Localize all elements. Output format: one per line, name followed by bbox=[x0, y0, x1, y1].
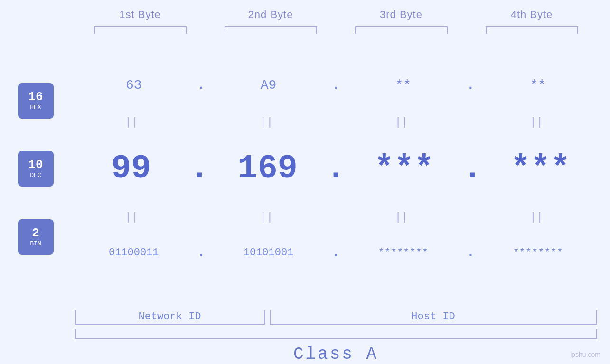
eq1-b4: || bbox=[486, 115, 591, 128]
dec-byte4: *** bbox=[488, 150, 593, 187]
hex-row: 63 . A9 . ** . ** bbox=[76, 78, 596, 93]
hex-byte4: ** bbox=[486, 78, 590, 93]
dot-hex-1: . bbox=[197, 78, 205, 93]
main-data-area: 16 HEX 10 DEC 2 BIN 63 . A9 bbox=[0, 37, 610, 301]
bracket-byte4 bbox=[486, 26, 578, 34]
top-brackets bbox=[75, 23, 597, 37]
data-rows: 63 . A9 . ** . ** || || bbox=[62, 67, 610, 271]
eq2-b4: || bbox=[486, 210, 591, 223]
bin-byte1: 01100011 bbox=[82, 247, 186, 259]
byte3-header: 3rd Byte bbox=[349, 9, 453, 21]
bracket-byte1 bbox=[94, 26, 187, 34]
badge-hex: 16 HEX bbox=[18, 83, 54, 119]
dot-bin-2: . bbox=[332, 245, 340, 260]
bottom-bracket-area: Class A bbox=[75, 329, 597, 364]
bottom-section: Network ID Host ID Class A bbox=[75, 301, 597, 364]
equals-row-2: || || || || bbox=[76, 209, 596, 224]
dot-dec-1: . bbox=[189, 150, 209, 187]
dec-row: 99 . 169 . *** . *** bbox=[76, 150, 596, 187]
eq1-b2: || bbox=[216, 115, 320, 128]
host-id-bracket: Host ID bbox=[270, 310, 597, 325]
badge-bin: 2 BIN bbox=[18, 219, 54, 255]
main-container: 1st Byte 2nd Byte 3rd Byte 4th Byte 16 H… bbox=[0, 0, 610, 364]
hex-byte2: A9 bbox=[216, 78, 321, 93]
id-labels-row: Network ID Host ID bbox=[75, 301, 597, 325]
equals-row-1: || || || || bbox=[76, 114, 596, 129]
byte2-header: 2nd Byte bbox=[218, 9, 323, 21]
eq1-b1: || bbox=[81, 115, 186, 128]
network-id-bracket: Network ID bbox=[75, 310, 265, 325]
bin-byte2: 10101001 bbox=[216, 247, 321, 259]
bracket-byte2 bbox=[225, 26, 317, 34]
bin-row: 01100011 . 10101001 . ******** . *******… bbox=[76, 245, 596, 260]
badges-column: 16 HEX 10 DEC 2 BIN bbox=[0, 67, 62, 271]
dec-byte2: 169 bbox=[216, 150, 320, 187]
network-id-label: Network ID bbox=[138, 311, 201, 323]
dot-hex-3: . bbox=[467, 78, 475, 93]
class-label-row: Class A bbox=[75, 345, 597, 364]
byte1-header: 1st Byte bbox=[88, 9, 192, 21]
dot-hex-2: . bbox=[332, 78, 340, 93]
class-label: Class A bbox=[293, 345, 378, 364]
dot-bin-3: . bbox=[467, 245, 475, 260]
bin-byte4: ******** bbox=[486, 247, 590, 259]
hex-byte1: 63 bbox=[82, 78, 186, 93]
bracket-byte3 bbox=[355, 26, 448, 34]
badge-dec: 10 DEC bbox=[18, 151, 54, 187]
eq2-b2: || bbox=[216, 210, 320, 223]
dot-bin-1: . bbox=[197, 245, 205, 260]
hex-byte3: ** bbox=[351, 78, 455, 93]
byte-headers: 1st Byte 2nd Byte 3rd Byte 4th Byte bbox=[75, 0, 597, 21]
eq2-b3: || bbox=[351, 210, 456, 223]
eq2-b1: || bbox=[81, 210, 186, 223]
byte4-header: 4th Byte bbox=[479, 9, 584, 21]
watermark: ipshu.com bbox=[570, 351, 601, 358]
eq1-b3: || bbox=[351, 115, 456, 128]
host-id-label: Host ID bbox=[411, 311, 455, 323]
dot-dec-3: . bbox=[462, 150, 482, 187]
full-bracket bbox=[75, 329, 597, 339]
dot-dec-2: . bbox=[326, 150, 346, 187]
dec-byte3: *** bbox=[352, 150, 456, 187]
dec-byte1: 99 bbox=[79, 150, 183, 187]
bin-byte3: ******** bbox=[351, 247, 455, 259]
